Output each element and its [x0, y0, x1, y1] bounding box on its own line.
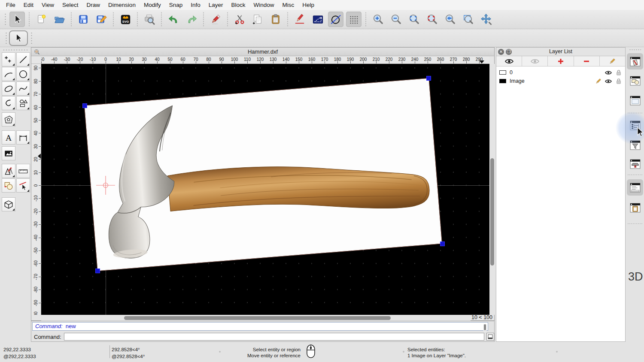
current-tool-button[interactable]: [9, 30, 28, 46]
show-all-layers-button[interactable]: [496, 56, 522, 66]
menu-item-view[interactable]: View: [42, 2, 54, 8]
float-panel-button[interactable]: ❐: [506, 49, 512, 55]
circle-tools-button[interactable]: [16, 67, 30, 81]
copy-button[interactable]: [250, 12, 265, 27]
edit-layer-button[interactable]: [600, 56, 625, 66]
hatch-tools-button[interactable]: [2, 112, 15, 127]
menu-item-help[interactable]: Help: [302, 2, 314, 8]
command-history-scrollbar[interactable]: [483, 324, 486, 332]
selection-handle-bottom-left[interactable]: [95, 268, 100, 273]
menu-item-snap[interactable]: Snap: [169, 2, 183, 8]
viewport-list-panel-button[interactable]: [629, 158, 641, 170]
dimension-tools-button[interactable]: [16, 130, 30, 145]
spline-tools-button[interactable]: [16, 81, 30, 96]
zoom-in-button[interactable]: [370, 12, 386, 27]
clipboard-panel-panel-button[interactable]: [629, 202, 641, 214]
zoom-window-button[interactable]: [460, 12, 476, 27]
grid-toggle-button[interactable]: [346, 12, 361, 27]
toolbar-handle[interactable]: [5, 31, 7, 45]
selection-filter-panel-button[interactable]: [629, 139, 641, 151]
ellipse-tools-button[interactable]: [2, 81, 15, 96]
menu-item-edit[interactable]: Edit: [24, 2, 33, 8]
menu-item-dimension[interactable]: Dimension: [108, 2, 136, 8]
menu-item-info[interactable]: Info: [191, 2, 200, 8]
new-file-button[interactable]: [33, 12, 49, 27]
polyline-tools-button[interactable]: [2, 96, 15, 110]
horizontal-scrollbar-thumb[interactable]: [124, 316, 391, 320]
redo-button[interactable]: [184, 12, 199, 27]
layer-color-swatch[interactable]: [499, 79, 506, 83]
print-preview-button[interactable]: [142, 12, 157, 27]
menu-item-misc[interactable]: Misc: [283, 2, 295, 8]
selection-arrow-button[interactable]: [9, 12, 25, 27]
document-title-bar[interactable]: Hammer.dxf: [31, 48, 494, 56]
block-list-panel-button[interactable]: [629, 75, 641, 87]
open-file-button[interactable]: [52, 12, 67, 27]
zoom-auto-button[interactable]: [406, 12, 422, 27]
property-editor-icon: [629, 56, 641, 67]
menu-item-block[interactable]: Block: [231, 2, 246, 8]
command-detach-button[interactable]: [486, 333, 494, 341]
layer-color-swatch[interactable]: [499, 70, 506, 75]
menu-item-select[interactable]: Select: [62, 2, 79, 8]
draw-misc-tools-button[interactable]: [2, 164, 15, 178]
menu-item-file[interactable]: File: [6, 2, 15, 8]
image-tool-button[interactable]: [2, 146, 15, 160]
modify-select-tools-button[interactable]: [16, 178, 30, 193]
paste-button[interactable]: [268, 12, 283, 27]
arc-tools-button[interactable]: [2, 67, 15, 81]
delete-pencil-button[interactable]: [208, 12, 223, 27]
property-editor-panel-button[interactable]: [627, 53, 643, 69]
command-input[interactable]: [64, 333, 484, 341]
vertical-scrollbar-thumb[interactable]: [490, 158, 494, 265]
sidebar-handle[interactable]: [629, 49, 641, 51]
drawing-canvas[interactable]: [41, 64, 489, 315]
layer-lock-toggle[interactable]: [615, 78, 623, 84]
layer-row-image[interactable]: Image: [496, 77, 625, 85]
vertical-ruler: 9080706050403020100-10-20-30-40-50-60-70…: [31, 64, 41, 315]
selection-handle-top-left[interactable]: [82, 103, 87, 108]
zoom-previous-button[interactable]: [442, 12, 458, 27]
palette-handle[interactable]: [3, 49, 28, 51]
zoom-selection-button[interactable]: [424, 12, 440, 27]
menu-item-window[interactable]: Window: [254, 2, 274, 8]
save-file-button[interactable]: [76, 12, 91, 27]
remove-layer-button[interactable]: [574, 56, 600, 66]
selection-handle-top-right[interactable]: [426, 76, 431, 81]
add-layer-button[interactable]: [548, 56, 574, 66]
hide-all-layers-button[interactable]: [522, 56, 548, 66]
command-line-panel-button[interactable]: [627, 179, 643, 196]
toolbar-handle[interactable]: [4, 12, 6, 27]
draw-over-line-button[interactable]: [292, 12, 307, 27]
text-tool-button[interactable]: A: [2, 130, 15, 145]
layer-visibility-toggle[interactable]: [605, 79, 612, 84]
line-tools-button[interactable]: [16, 52, 30, 66]
zoom-out-button[interactable]: [388, 12, 404, 27]
vertical-scrollbar[interactable]: [489, 64, 495, 315]
horizontal-scrollbar[interactable]: [41, 315, 471, 321]
library-browser-panel-button[interactable]: [629, 94, 641, 106]
inserted-image-entity[interactable]: [85, 78, 442, 271]
svg-export-button[interactable]: SVG: [118, 12, 133, 27]
layer-visibility-toggle[interactable]: [605, 70, 612, 75]
angle-reference-button[interactable]: [310, 12, 325, 27]
layer-row-0[interactable]: 0: [496, 68, 625, 77]
zoom-pan-button[interactable]: [478, 12, 494, 27]
close-panel-button[interactable]: ✕: [498, 49, 504, 55]
menu-item-modify[interactable]: Modify: [144, 2, 161, 8]
measure-tool-button[interactable]: [16, 164, 30, 178]
shape-tools-button[interactable]: [16, 96, 30, 110]
3d-label[interactable]: 3D: [628, 270, 643, 284]
save-as-button[interactable]: [94, 12, 109, 27]
toolbar-handle[interactable]: [30, 31, 33, 45]
menu-item-layer[interactable]: Layer: [209, 2, 223, 8]
selection-handle-bottom-right[interactable]: [440, 241, 445, 246]
solid-3d-tools-button[interactable]: [2, 197, 15, 211]
modify-tools-button[interactable]: [2, 178, 15, 193]
undo-button[interactable]: [166, 12, 181, 27]
construction-toggle-button[interactable]: [328, 12, 343, 27]
layer-lock-toggle[interactable]: [615, 69, 623, 75]
cut-button[interactable]: [232, 12, 247, 27]
menu-item-draw[interactable]: Draw: [87, 2, 100, 8]
point-tools-button[interactable]: [2, 52, 15, 66]
